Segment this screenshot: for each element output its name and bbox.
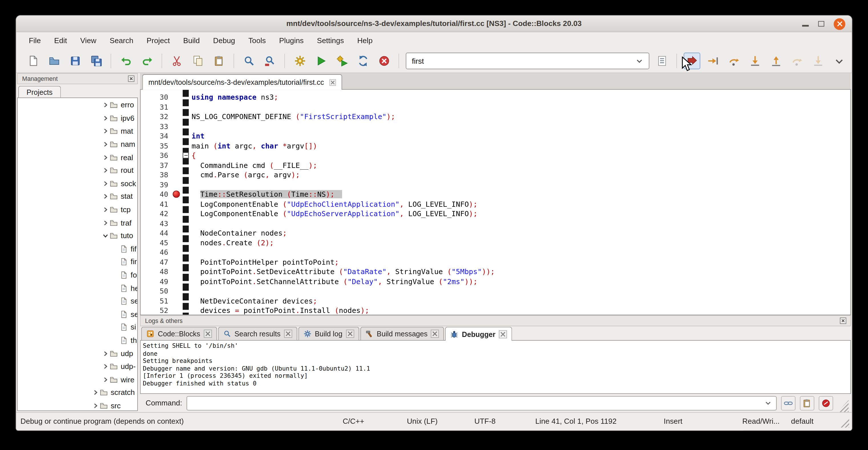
logs-tab-build-log[interactable]: Build log [298,327,359,340]
chevron-right-icon[interactable] [101,218,110,227]
breakpoint-margin[interactable] [172,141,182,151]
close-icon[interactable] [499,330,507,338]
menu-search[interactable]: Search [103,34,140,47]
breakpoint-margin[interactable] [172,267,182,277]
copy-output-button[interactable] [800,396,814,410]
close-icon[interactable] [284,330,292,338]
breakpoint-margin[interactable] [172,112,182,122]
logs-tab-code-blocks[interactable]: Code::Blocks [141,327,217,340]
breakpoint-margin[interactable] [172,228,182,238]
logs-tab-search-results[interactable]: Search results [218,327,297,340]
code-line[interactable]: 32NS_LOG_COMPONENT_DEFINE ("FirstScriptE… [141,112,850,122]
step-out-button[interactable] [768,53,784,69]
tree-item-fo[interactable]: fo [18,268,137,281]
chevron-right-icon[interactable] [101,166,110,175]
maximize-button[interactable] [818,21,824,27]
breakpoint-margin[interactable] [172,170,182,180]
logs-tab-debugger[interactable]: Debugger [445,327,512,341]
save-file-button[interactable] [67,53,84,69]
tree-item-ipv6[interactable]: ipv6 [18,112,137,125]
code-line[interactable]: 35main (int argc, char *argv[]) [141,141,850,151]
logs-tab-build-messages[interactable]: Build messages [360,327,444,340]
menu-debug[interactable]: Debug [207,34,241,47]
new-file-button[interactable] [25,53,41,69]
code-line[interactable]: 31 [141,102,850,112]
code-line[interactable]: 42 LogComponentEnable ("UdpEchoServerApp… [141,209,850,218]
code-line[interactable]: 46 [141,247,850,257]
code-line[interactable]: 33 [141,122,850,131]
chevron-right-icon[interactable] [101,101,110,110]
code-line[interactable]: 41 LogComponentEnable ("UdpEchoClientApp… [141,199,850,209]
tree-item-scratch[interactable]: scratch [18,386,137,399]
breakpoint-margin[interactable] [172,160,182,170]
breakpoint-icon[interactable] [173,190,180,198]
breakpoint-margin[interactable] [172,122,182,131]
chevron-right-icon[interactable] [101,179,110,188]
editor-tab-first-cc[interactable]: mnt/dev/tools/source/ns-3-dev/examples/t… [143,74,342,90]
chevron-right-icon[interactable] [101,375,110,384]
menu-view[interactable]: View [74,34,102,47]
tree-item-traf[interactable]: traf [18,216,137,229]
code-line[interactable]: 51 NetDeviceContainer devices; [141,296,850,306]
undo-button[interactable] [118,53,134,69]
resize-grip[interactable] [840,418,849,428]
next-line-button[interactable] [725,53,742,69]
redo-button[interactable] [139,53,156,69]
tree-item-real[interactable]: real [18,151,137,164]
tree-item-tuto[interactable]: tuto [18,229,137,242]
menu-file[interactable]: File [23,34,47,47]
run-to-cursor-button[interactable] [705,53,721,69]
abort-build-button[interactable] [376,53,392,69]
code-editor[interactable]: 30using namespace ns3;3132NS_LOG_COMPONE… [140,90,851,315]
chevron-down-icon[interactable] [101,231,110,240]
chevron-right-icon[interactable] [101,114,110,122]
breakpoint-margin[interactable] [172,296,182,306]
menu-tools[interactable]: Tools [242,34,272,47]
code-line[interactable]: 47 PointToPointHelper pointToPoint; [141,257,850,267]
menu-build[interactable]: Build [177,34,206,47]
build-target-combo[interactable]: first [406,53,649,69]
find-button[interactable] [241,53,257,69]
chevron-right-icon[interactable] [101,153,110,162]
code-line[interactable]: 50 [141,287,850,296]
tree-item-he[interactable]: he [18,281,137,295]
open-file-button[interactable] [46,53,62,69]
close-icon[interactable] [346,330,354,338]
code-line[interactable]: 49 pointToPoint.SetChannelAttribute ("De… [141,277,850,287]
copy-button[interactable] [190,53,206,69]
build-and-run-button[interactable] [334,53,350,69]
tree-item-tcp[interactable]: tcp [18,203,137,216]
breakpoint-margin[interactable] [172,218,182,228]
code-line[interactable]: 45 nodes.Create (2); [141,238,850,247]
chevron-right-icon[interactable] [91,388,100,397]
chevron-down-icon[interactable] [765,399,772,407]
code-line[interactable]: 48 pointToPoint.SetDeviceAttribute ("Dat… [141,267,850,277]
menu-plugins[interactable]: Plugins [273,34,310,47]
tree-item-fir[interactable]: fir [18,256,137,269]
cut-button[interactable] [169,53,185,69]
run-button[interactable] [313,53,329,69]
close-icon[interactable] [204,330,212,338]
step-into-button[interactable] [747,53,763,69]
breakpoint-margin[interactable] [172,209,182,218]
menu-edit[interactable]: Edit [48,34,73,47]
close-icon[interactable] [431,330,439,338]
tree-item-nam[interactable]: nam [18,138,137,151]
tree-item-se[interactable]: se [18,308,137,321]
step-into-instruction-button[interactable] [810,53,826,69]
tree-item-udp-[interactable]: udp- [18,360,137,373]
save-all-button[interactable] [88,53,104,69]
tab-projects[interactable]: Projects [18,86,61,98]
code-line[interactable]: 34int [141,131,850,141]
rebuild-button[interactable] [355,53,372,69]
tree-item-stat[interactable]: stat [18,190,137,203]
breakpoint-margin[interactable] [172,189,182,199]
tree-item-se[interactable]: se [18,295,137,308]
tree-item-sock[interactable]: sock [18,177,137,190]
chevron-right-icon[interactable] [101,362,110,371]
breakpoint-margin[interactable] [172,247,182,257]
tree-item-si[interactable]: si [18,321,137,334]
command-input[interactable] [187,396,777,410]
menu-help[interactable]: Help [351,34,379,47]
breakpoint-margin[interactable] [172,131,182,141]
